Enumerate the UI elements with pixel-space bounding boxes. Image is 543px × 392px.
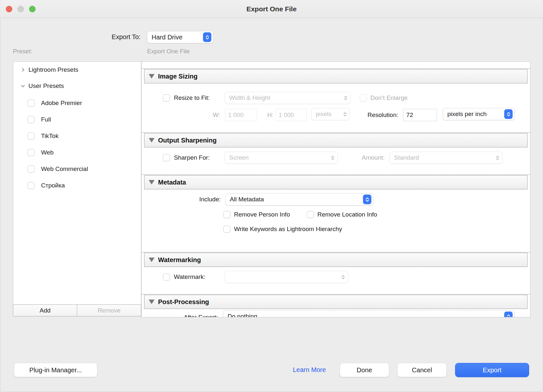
stepper-icon bbox=[203, 32, 211, 42]
preset-group-lightroom[interactable]: Lightroom Presets bbox=[13, 65, 141, 75]
section-header-output-sharpening[interactable]: Output Sharpening bbox=[144, 133, 527, 147]
preset-checkbox[interactable] bbox=[27, 132, 35, 140]
remove-location-info-label[interactable]: Remove Location Info bbox=[317, 211, 377, 218]
preset-item-label[interactable]: Стройка bbox=[41, 182, 65, 189]
section-title: Metadata bbox=[158, 179, 186, 186]
preset-item-web: Web bbox=[13, 147, 141, 158]
preset-item-label[interactable]: Full bbox=[41, 116, 51, 123]
resize-method-value: Width & Height bbox=[229, 94, 270, 101]
watermark-select bbox=[225, 271, 348, 283]
resolution-unit-select[interactable]: pixels per inch bbox=[443, 108, 515, 120]
write-keywords-label[interactable]: Write Keywords as Lightroom Hierarchy bbox=[234, 226, 342, 233]
preset-list: Lightroom Presets User Presets Adobe Pre… bbox=[13, 61, 141, 305]
dont-enlarge-label: Don’t Enlarge bbox=[370, 94, 408, 101]
section-divider bbox=[142, 294, 530, 294]
width-value: 1 000 bbox=[228, 111, 244, 119]
watermark-checkbox[interactable] bbox=[163, 273, 170, 281]
stepper-icon bbox=[363, 195, 371, 204]
stepper-icon bbox=[340, 272, 346, 282]
section-divider bbox=[142, 69, 530, 69]
preset-item-label[interactable]: Web Commercial bbox=[41, 165, 88, 173]
preset-checkbox[interactable] bbox=[27, 100, 35, 107]
section-title: Post-Processing bbox=[158, 298, 209, 306]
resize-method-select: Width & Height bbox=[225, 92, 351, 104]
remove-person-info-checkbox[interactable] bbox=[223, 211, 230, 218]
sharpen-for-label[interactable]: Sharpen For: bbox=[174, 154, 210, 161]
after-export-select[interactable]: Do nothing bbox=[223, 310, 515, 317]
preset-checkbox[interactable] bbox=[27, 116, 35, 123]
disclosure-triangle-icon bbox=[149, 300, 154, 304]
disclosure-triangle-icon bbox=[149, 74, 154, 79]
preset-item-web-commercial: Web Commercial bbox=[13, 164, 141, 174]
learn-more-link[interactable]: Learn More bbox=[293, 366, 326, 374]
sharpen-for-checkbox[interactable] bbox=[163, 154, 170, 161]
sharpen-target-value: Screen bbox=[229, 154, 249, 161]
preset-panel-label: Preset: bbox=[13, 48, 32, 55]
remove-location-info-checkbox[interactable] bbox=[307, 211, 314, 218]
resolution-unit-value: pixels per inch bbox=[447, 111, 486, 118]
section-header-metadata[interactable]: Metadata bbox=[144, 175, 527, 189]
stepper-icon bbox=[504, 312, 513, 317]
preset-group-label: Lightroom Presets bbox=[28, 66, 78, 73]
watermark-label[interactable]: Watermark: bbox=[174, 273, 205, 281]
preset-item-label[interactable]: Adobe Premier bbox=[41, 100, 82, 107]
unit-value: pixels bbox=[316, 111, 332, 118]
height-input: 1 000 bbox=[275, 109, 307, 121]
preset-checkbox[interactable] bbox=[27, 165, 35, 173]
export-to-select[interactable]: Hard Drive bbox=[147, 31, 213, 43]
amount-label: Amount: bbox=[362, 154, 385, 161]
remove-person-info-label[interactable]: Remove Person Info bbox=[234, 211, 290, 218]
export-to-label: Export To: bbox=[0, 33, 141, 41]
include-metadata-select[interactable]: All Metadata bbox=[225, 193, 373, 206]
amount-select: Standard bbox=[389, 152, 503, 164]
export-button[interactable]: Export bbox=[455, 363, 529, 377]
section-divider bbox=[142, 175, 530, 175]
chevron-right-icon bbox=[20, 67, 26, 72]
preset-item-adobe-premier: Adobe Premier bbox=[13, 98, 141, 108]
after-export-value: Do nothing bbox=[228, 313, 257, 317]
preset-item-full: Full bbox=[13, 114, 141, 125]
section-header-post-processing[interactable]: Post-Processing bbox=[144, 295, 527, 309]
resolution-label: Resolution: bbox=[367, 111, 398, 119]
height-value: 1 000 bbox=[279, 111, 294, 119]
section-header-image-sizing[interactable]: Image Sizing bbox=[144, 69, 527, 83]
preset-group-user[interactable]: User Presets bbox=[13, 81, 141, 91]
dont-enlarge-checkbox bbox=[360, 94, 367, 101]
chevron-down-icon bbox=[20, 83, 26, 89]
section-title: Image Sizing bbox=[158, 73, 197, 80]
export-dialog: Export One File Export To: Hard Drive Pr… bbox=[0, 0, 543, 392]
preset-checkbox[interactable] bbox=[27, 182, 35, 189]
section-header-watermarking[interactable]: Watermarking bbox=[144, 253, 527, 267]
include-label: Include: bbox=[199, 196, 221, 203]
stepper-icon bbox=[504, 109, 513, 119]
add-preset-button[interactable]: Add bbox=[13, 305, 77, 316]
resize-to-fit-checkbox[interactable] bbox=[163, 94, 170, 101]
after-export-label: After Export: bbox=[184, 314, 218, 317]
disclosure-triangle-icon bbox=[149, 258, 154, 262]
write-keywords-checkbox[interactable] bbox=[223, 226, 230, 233]
preset-item-tiktok: TikTok bbox=[13, 131, 141, 141]
section-divider bbox=[142, 132, 530, 133]
section-divider bbox=[142, 252, 530, 252]
section-title: Watermarking bbox=[158, 256, 201, 264]
preset-item-label[interactable]: TikTok bbox=[41, 132, 59, 140]
resolution-input[interactable]: 72 bbox=[403, 109, 437, 121]
width-input: 1 000 bbox=[225, 109, 257, 121]
disclosure-triangle-icon bbox=[149, 180, 154, 185]
stepper-icon bbox=[329, 153, 336, 163]
preset-item-label[interactable]: Web bbox=[41, 149, 54, 156]
resolution-value: 72 bbox=[406, 111, 413, 119]
section-title: Output Sharpening bbox=[158, 137, 217, 144]
stepper-icon bbox=[494, 153, 501, 163]
plugin-manager-button[interactable]: Plug-in Manager... bbox=[14, 363, 97, 377]
sharpen-target-select: Screen bbox=[225, 152, 338, 164]
done-button[interactable]: Done bbox=[340, 363, 389, 377]
export-to-value: Hard Drive bbox=[152, 34, 183, 41]
cancel-button[interactable]: Cancel bbox=[397, 363, 447, 377]
resize-to-fit-label[interactable]: Resize to Fit: bbox=[174, 94, 210, 101]
export-settings-scroll-area: Image Sizing Resize to Fit: Width & Heig… bbox=[141, 61, 530, 317]
main-panel-title: Export One File bbox=[147, 48, 190, 55]
preset-group-label: User Presets bbox=[28, 82, 64, 90]
include-metadata-value: All Metadata bbox=[230, 196, 264, 203]
preset-checkbox[interactable] bbox=[27, 149, 35, 156]
